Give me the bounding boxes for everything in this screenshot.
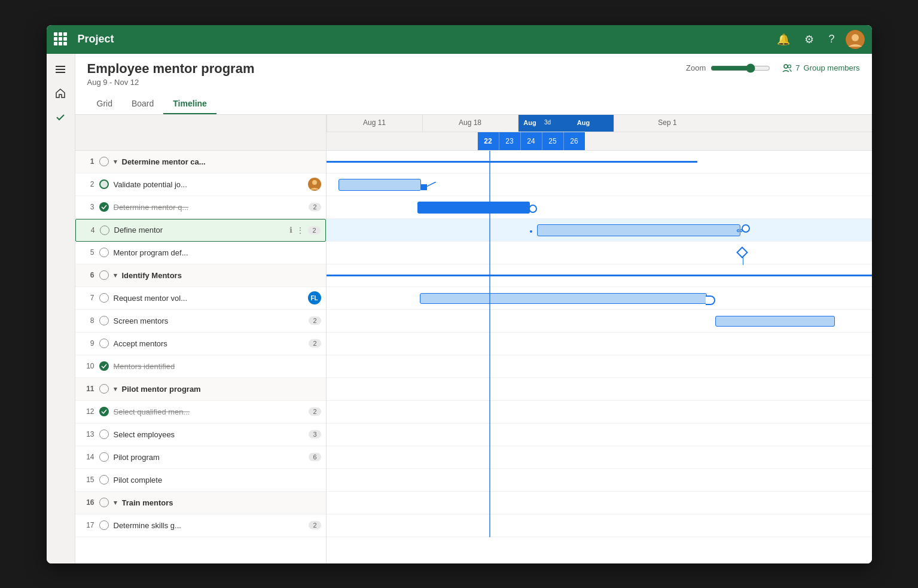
bar-row6[interactable] <box>327 275 872 276</box>
task-check-7[interactable] <box>98 292 110 304</box>
task-check-13[interactable] <box>98 428 110 440</box>
task-check-6[interactable] <box>98 269 110 281</box>
tab-board[interactable]: Board <box>122 94 163 114</box>
task-row-16[interactable]: 16▾Train mentors <box>75 492 326 514</box>
badge-4: 2 <box>308 226 320 234</box>
task-row-2[interactable]: 2Validate potential jo... <box>75 173 326 196</box>
arc-row7 <box>706 295 715 305</box>
week-sep1: Sep 1 <box>614 115 721 132</box>
task-num-12: 12 <box>80 407 94 416</box>
milestone-dot-3 <box>529 205 537 213</box>
bell-icon[interactable]: 🔔 <box>777 33 790 46</box>
collapse-icon-16[interactable]: ▾ <box>114 499 117 507</box>
task-row-4[interactable]: 4Define mentorℹ⋮2 <box>75 219 326 242</box>
svg-rect-4 <box>56 72 65 73</box>
timeline-grid[interactable]: Aug 11 Aug 18 Aug 3d Aug Sep 1 <box>327 115 872 563</box>
task-row-3[interactable]: 3Determine mentor q...2 <box>75 196 326 219</box>
avatar[interactable] <box>846 30 865 49</box>
task-num-11: 11 <box>80 385 94 393</box>
circle-end-4 <box>742 224 750 233</box>
task-row-5[interactable]: 5Mentor program def... <box>75 242 326 264</box>
task-num-3: 3 <box>80 203 94 211</box>
task-check-9[interactable] <box>98 337 110 349</box>
bar-row7[interactable] <box>420 293 707 304</box>
task-check-5[interactable] <box>98 246 110 258</box>
task-row-11[interactable]: 11▾Pilot mentor program <box>75 378 326 401</box>
gantt-row-5 <box>327 242 872 264</box>
check-empty-icon <box>99 520 109 530</box>
task-check-17[interactable] <box>98 519 110 531</box>
task-check-1[interactable] <box>98 156 110 167</box>
task-row-7[interactable]: 7Request mentor vol...FL <box>75 287 326 310</box>
gantt-rows: ⇔ <box>327 151 872 537</box>
sidebar-home-btn[interactable] <box>50 83 71 104</box>
connector-row4 <box>530 230 532 233</box>
gantt-row-11 <box>327 378 872 401</box>
check-empty-icon <box>99 498 109 507</box>
task-check-15[interactable] <box>98 474 110 486</box>
task-row-17[interactable]: 17Determine skills g...2 <box>75 514 326 537</box>
bar-row4[interactable]: ⇔ <box>537 224 740 236</box>
left-sidebar <box>47 54 75 563</box>
milestone-diamond-5 <box>736 246 748 258</box>
check-empty-icon <box>99 452 109 462</box>
content-area: Employee mentor program Aug 9 - Nov 12 Z… <box>75 54 872 563</box>
task-check-10[interactable] <box>98 360 110 372</box>
gantt-row-2 <box>327 173 872 196</box>
task-check-12[interactable] <box>98 406 110 418</box>
task-name-6: Identify Mentors <box>122 271 321 280</box>
collapse-icon-1[interactable]: ▾ <box>114 158 117 166</box>
project-title: Employee mentor program <box>87 61 255 77</box>
settings-icon[interactable]: ⚙ <box>804 33 814 46</box>
tab-grid[interactable]: Grid <box>87 94 122 114</box>
task-num-2: 2 <box>80 180 94 188</box>
task-row-15[interactable]: 15Pilot complete <box>75 469 326 492</box>
more-icon-4[interactable]: ⋮ <box>296 226 304 235</box>
gantt-row-14 <box>327 446 872 469</box>
badge-17: 2 <box>309 521 321 529</box>
task-row-12[interactable]: 12Select qualified men...2 <box>75 401 326 424</box>
task-row-8[interactable]: 8Screen mentors2 <box>75 310 326 333</box>
bar-row1[interactable] <box>327 161 697 163</box>
group-members-btn[interactable]: 7 Group members <box>782 63 859 72</box>
collapse-icon-6[interactable]: ▾ <box>114 272 117 279</box>
sidebar-menu-btn[interactable] <box>50 59 71 80</box>
badge-8: 2 <box>309 316 321 325</box>
avatar-7: FL <box>308 291 321 304</box>
task-check-14[interactable] <box>98 451 110 463</box>
check-done-icon <box>99 202 109 212</box>
task-check-11[interactable] <box>98 383 110 395</box>
task-row-9[interactable]: 9Accept mentors2 <box>75 333 326 355</box>
task-num-9: 9 <box>80 339 94 348</box>
task-check-3[interactable] <box>98 201 110 213</box>
info-icon-4[interactable]: ℹ <box>289 226 292 234</box>
task-row-1[interactable]: 1▾Determine mentor ca... <box>75 151 326 173</box>
task-row-13[interactable]: 13Select employees3 <box>75 424 326 446</box>
timeline-wrapper: 1▾Determine mentor ca...2Validate potent… <box>75 115 872 563</box>
task-row-14[interactable]: 14Pilot program6 <box>75 446 326 469</box>
task-check-2[interactable] <box>98 178 110 190</box>
help-icon[interactable]: ? <box>828 33 834 45</box>
task-row-6[interactable]: 6▾Identify Mentors <box>75 264 326 287</box>
gantt-row-1 <box>327 151 872 173</box>
task-row-10[interactable]: 10Mentors identified <box>75 355 326 378</box>
bar-row8[interactable] <box>715 316 835 327</box>
bar-row2[interactable] <box>338 179 421 191</box>
task-num-7: 7 <box>80 294 94 302</box>
week-aug26-label: Aug <box>554 115 614 132</box>
task-check-16[interactable] <box>98 496 110 508</box>
waffle-icon[interactable] <box>54 32 68 47</box>
sidebar-check-btn[interactable] <box>50 106 71 128</box>
gantt-row-8 <box>327 310 872 333</box>
task-name-16: Train mentors <box>122 498 321 507</box>
task-rows: 1▾Determine mentor ca...2Validate potent… <box>75 151 326 537</box>
task-num-10: 10 <box>80 362 94 370</box>
zoom-slider[interactable] <box>710 63 770 73</box>
task-check-8[interactable] <box>98 315 110 327</box>
collapse-icon-11[interactable]: ▾ <box>114 385 117 393</box>
tab-timeline[interactable]: Timeline <box>163 94 216 114</box>
task-check-4[interactable] <box>99 224 111 236</box>
gantt-row-17 <box>327 514 872 537</box>
bar-row3[interactable] <box>417 202 530 214</box>
day-26: 26 <box>563 132 585 150</box>
